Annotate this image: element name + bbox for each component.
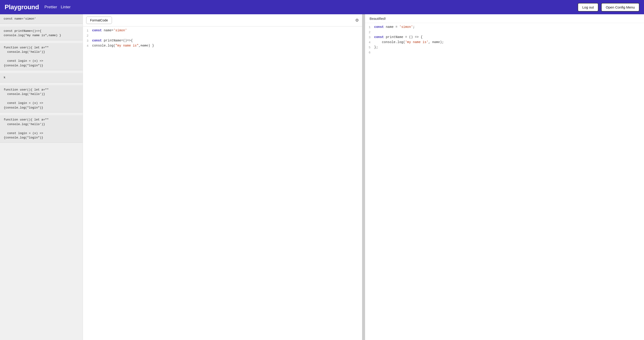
list-item[interactable]: function user(){ let a="" console.log('h…	[0, 115, 83, 142]
beautified-status: Beautified!	[365, 14, 644, 23]
right-panel: Beautified! 1 const name = 'simon'; 2 3 …	[365, 14, 644, 340]
beautified-code: 1 const name = 'simon'; 2 3 const printN…	[365, 23, 644, 340]
list-item[interactable]: const name='simon'	[0, 14, 83, 24]
logout-button[interactable]: Log out	[578, 3, 598, 12]
main-layout: const name='simon' const printName=()=>{…	[0, 14, 644, 340]
output-line: 5 };	[365, 45, 644, 50]
output-line: 2	[365, 30, 644, 35]
output-line: 4 console.log('my name is', name);	[365, 40, 644, 45]
open-config-button[interactable]: Open Config Menu	[601, 3, 640, 12]
left-panel: const name='simon' const printName=()=>{…	[0, 14, 83, 340]
code-editor[interactable]: 1 const name='simon' 2 3 const printName…	[83, 26, 362, 340]
list-item[interactable]: function user(){ let a="" console.log('h…	[0, 43, 83, 70]
editor-line: 4 console.log("my name is",name) }	[83, 44, 362, 48]
output-line: 3 const printName = () => {	[365, 35, 644, 40]
editor-line: 3 const printName=()=>{	[83, 38, 362, 44]
header-buttons: Log out Open Config Menu	[578, 3, 640, 12]
panel-divider	[362, 14, 365, 340]
output-line: 6	[365, 50, 644, 55]
center-panel: FormatCode ⚙ 1 const name='simon' 2 3 co…	[83, 14, 362, 340]
editor-line: 1 const name='simon'	[83, 28, 362, 34]
list-item[interactable]: function user(){ let a="" console.log('h…	[0, 85, 83, 113]
header-nav: Prettier Linter	[44, 5, 70, 10]
settings-icon[interactable]: ⚙	[355, 18, 359, 23]
nav-linter[interactable]: Linter	[61, 5, 71, 10]
list-item[interactable]: const printName=()=>{console.log("my nam…	[0, 26, 83, 40]
app-title: Playground	[4, 4, 39, 11]
format-code-button[interactable]: FormatCode	[86, 16, 112, 24]
output-line: 1 const name = 'simon';	[365, 25, 644, 30]
editor-line: 2	[83, 34, 362, 38]
nav-prettier[interactable]: Prettier	[44, 5, 57, 10]
list-item[interactable]: k	[0, 73, 83, 82]
header: Playground Prettier Linter Log out Open …	[0, 0, 644, 14]
editor-toolbar: FormatCode ⚙	[83, 14, 362, 26]
